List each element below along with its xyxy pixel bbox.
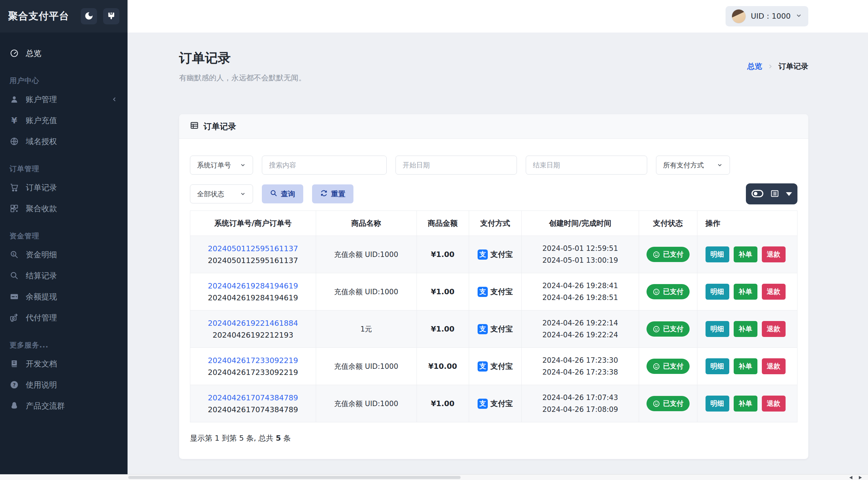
sidebar-item-usage-guide[interactable]: ? 使用说明 xyxy=(0,374,128,395)
moon-icon xyxy=(84,12,93,21)
filter-row-2: 全部状态 查询 xyxy=(190,183,797,204)
reset-button[interactable]: 重置 xyxy=(312,184,353,203)
scroll-left-arrow-icon[interactable] xyxy=(849,476,852,479)
product-name: 1元 xyxy=(316,311,417,348)
status-select[interactable]: 全部状态 xyxy=(190,184,253,203)
created-time: 2024-05-01 12:59:51 xyxy=(525,243,635,255)
created-time: 2024-04-26 17:07:43 xyxy=(525,392,635,404)
amount: ¥1.00 xyxy=(417,273,469,311)
product-name: 充值余额 UID:1000 xyxy=(316,348,417,385)
smiley-icon xyxy=(653,363,660,370)
page-head: 订单记录 有幽默感的人，永远都不会默默无闻。 总览 订单记录 xyxy=(179,49,808,83)
order-records-card: 订单记录 系统订单号 所有支付方式 xyxy=(179,114,808,459)
nav-section-user-center: 用户中心 xyxy=(0,76,128,85)
sidebar-item-dev-docs[interactable]: 开发文档 xyxy=(0,353,128,374)
reissue-button[interactable]: 补单 xyxy=(734,284,757,300)
sidebar-item-fund-details[interactable]: $ 资金明细 xyxy=(0,244,128,265)
columns-icon xyxy=(770,189,779,199)
refund-button[interactable]: 退款 xyxy=(762,396,786,412)
sidebar-item-overview[interactable]: 总览 xyxy=(0,43,128,64)
detail-button[interactable]: 明细 xyxy=(706,284,729,300)
table-header-row: 系统订单号/商户订单号 商品名称 商品金额 支付方式 创建时间/完成时间 支付状… xyxy=(190,211,797,236)
horizontal-scrollbar[interactable] xyxy=(0,474,868,480)
scroll-right-arrow-icon[interactable] xyxy=(859,476,862,479)
order-type-select[interactable]: 系统订单号 xyxy=(190,156,253,175)
sidebar-item-account-recharge[interactable]: ¥ 账户充值 xyxy=(0,110,128,131)
refund-button[interactable]: 退款 xyxy=(762,246,786,262)
app-title: 聚合支付平台 xyxy=(8,9,75,23)
sidebar-item-label: 聚合收款 xyxy=(26,203,118,214)
sidebar-item-account-manage[interactable]: 账户管理 xyxy=(0,89,128,110)
refresh-icon xyxy=(320,189,328,199)
user-menu[interactable]: UID：1000 xyxy=(726,6,808,26)
sidebar-item-settlement-records[interactable]: 结算记录 xyxy=(0,265,128,286)
nav-section-fund-manage: 资金管理 xyxy=(0,231,128,241)
card-header: 订单记录 xyxy=(179,114,808,139)
sidebar-item-payout-manage[interactable]: 代付管理 xyxy=(0,307,128,328)
table-row: 202404261922146188420240426192212193 1元 … xyxy=(190,311,797,348)
detail-button[interactable]: 明细 xyxy=(706,246,729,262)
page-subtitle: 有幽默感的人，永远都不会默默无闻。 xyxy=(179,73,306,83)
search-icon xyxy=(9,271,19,280)
status-badge: 已支付 xyxy=(647,284,690,299)
refund-button[interactable]: 退款 xyxy=(762,321,786,337)
refund-button[interactable]: 退款 xyxy=(762,358,786,374)
product-name: 充值余额 UID:1000 xyxy=(316,385,417,422)
alipay-icon: 支 xyxy=(478,399,488,409)
screen: 聚合支付平台 总览 用户中心 xyxy=(0,0,868,480)
start-date-input[interactable] xyxy=(396,156,517,175)
search-input[interactable] xyxy=(262,156,387,175)
sidebar-item-label: 账户充值 xyxy=(26,115,118,126)
order-link[interactable]: 2024042619284194619 xyxy=(194,282,312,290)
table-view-tools[interactable] xyxy=(746,183,797,204)
search-icon xyxy=(270,189,277,199)
end-date-input[interactable] xyxy=(526,156,647,175)
reissue-button[interactable]: 补单 xyxy=(734,321,757,337)
sidebar-item-domain-auth[interactable]: 域名授权 xyxy=(0,131,128,152)
chevron-down-icon xyxy=(795,12,802,21)
svg-text:?: ? xyxy=(13,382,16,387)
created-time: 2024-04-26 17:23:30 xyxy=(525,355,635,366)
qrcode-icon xyxy=(9,204,19,213)
pagination-summary: 显示第 1 到第 5 条, 总共 5 条 xyxy=(190,433,797,443)
sidebar-item-aggregate-collect[interactable]: 聚合收款 xyxy=(0,198,128,219)
order-link[interactable]: 2024042617074384789 xyxy=(194,394,312,402)
col-amount: 商品金额 xyxy=(417,211,469,236)
breadcrumb-home-link[interactable]: 总览 xyxy=(747,61,762,72)
reissue-button[interactable]: 补单 xyxy=(734,246,757,262)
order-link[interactable]: 2024042617233092219 xyxy=(194,356,312,365)
caret-down-icon xyxy=(786,192,792,196)
pay-method-select[interactable]: 所有支付方式 xyxy=(656,156,730,175)
created-time: 2024-04-26 19:28:41 xyxy=(525,280,635,292)
sidebar-item-balance-withdraw[interactable]: 余额提现 xyxy=(0,286,128,307)
detail-button[interactable]: 明细 xyxy=(706,396,729,412)
sidebar-item-product-group[interactable]: 产品交流群 xyxy=(0,395,128,416)
gauge-icon xyxy=(9,48,19,58)
scrollbar-thumb[interactable] xyxy=(128,476,461,479)
reissue-button[interactable]: 补单 xyxy=(734,358,757,374)
sidebar: 聚合支付平台 总览 用户中心 xyxy=(0,0,128,480)
sidebar-item-label: 开发文档 xyxy=(26,359,118,369)
chevron-right-icon xyxy=(767,63,774,70)
sidebar-item-label: 总览 xyxy=(26,48,118,59)
smiley-icon xyxy=(653,325,660,333)
refund-button[interactable]: 退款 xyxy=(762,284,786,300)
status-badge: 已支付 xyxy=(647,321,690,337)
smiley-icon xyxy=(653,400,660,407)
reissue-button[interactable]: 补单 xyxy=(734,396,757,412)
product-name: 充值余额 UID:1000 xyxy=(316,236,417,273)
sidebar-item-order-records[interactable]: 订单记录 xyxy=(0,177,128,198)
query-button[interactable]: 查询 xyxy=(262,184,303,203)
dark-mode-button[interactable] xyxy=(81,8,97,24)
orders-table: 系统订单号/商户订单号 商品名称 商品金额 支付方式 创建时间/完成时间 支付状… xyxy=(190,211,797,422)
card-icon xyxy=(9,292,19,301)
detail-button[interactable]: 明细 xyxy=(706,358,729,374)
pay-method: 支付宝 xyxy=(490,287,513,297)
col-status: 支付状态 xyxy=(639,211,697,236)
detail-button[interactable]: 明细 xyxy=(706,321,729,337)
nav-section-order-manage: 订单管理 xyxy=(0,164,128,174)
order-link[interactable]: 2024050112595161137 xyxy=(194,244,312,253)
theme-brush-button[interactable] xyxy=(103,8,119,24)
created-time: 2024-04-26 19:22:14 xyxy=(525,317,635,329)
order-link[interactable]: 2024042619221461884 xyxy=(194,319,312,327)
